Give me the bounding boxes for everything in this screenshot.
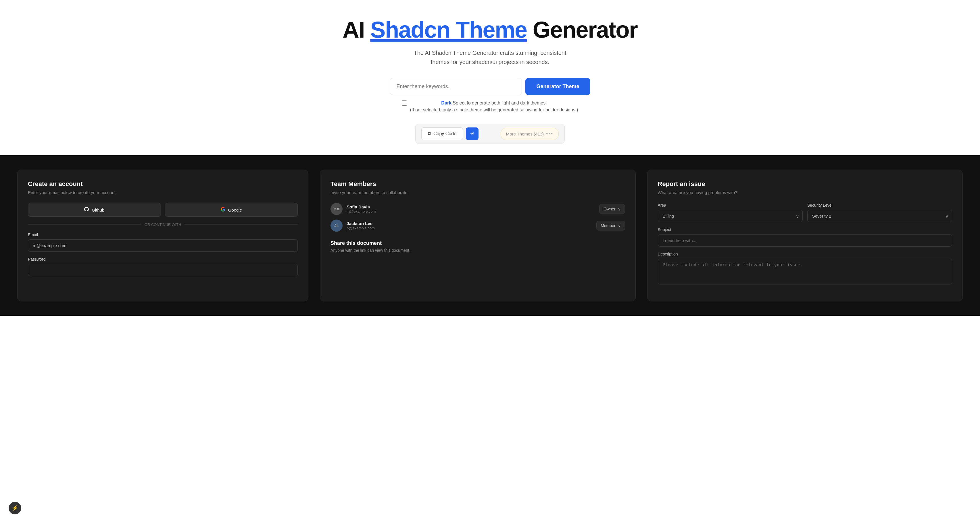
security-select-wrapper: Severity 2 Severity 1 Severity 3 ∨ [807, 210, 952, 222]
report-issue-card: Report an issue What area are you having… [647, 170, 963, 301]
member-row-jackson: JL Jackson Lee p@example.com Member ∨ [331, 220, 625, 231]
lightning-icon: ⚡ [12, 505, 18, 511]
sun-icon: ☀ [470, 131, 474, 137]
report-issue-subtitle: What area are you having problems with? [658, 190, 952, 195]
title-prefix: AI [342, 17, 370, 43]
team-members-subtitle: Invite your team members to collaborate. [331, 190, 625, 195]
dark-label: Dark [441, 100, 452, 105]
share-subtitle: Anyone with the link can view this docum… [331, 248, 625, 253]
team-members-card: Team Members Invite your team members to… [320, 170, 635, 301]
search-bar-container: Generator Theme [6, 78, 974, 95]
subject-label: Subject [658, 227, 952, 232]
area-group: Area Billing Technical Account ∨ [658, 203, 803, 222]
team-members-title: Team Members [331, 180, 625, 188]
github-button[interactable]: Github [28, 203, 161, 217]
member-info-jackson: Jackson Lee p@example.com [347, 221, 375, 230]
password-input[interactable] [28, 264, 298, 276]
description-label: Description [658, 252, 952, 256]
area-select-wrapper: Billing Technical Account ∨ [658, 210, 803, 222]
create-account-title: Create an account [28, 180, 298, 188]
google-button[interactable]: Google [165, 203, 298, 217]
area-security-row: Area Billing Technical Account ∨ Securit… [658, 203, 952, 222]
divider: OR CONTINUE WITH [28, 222, 298, 227]
dark-description: Select to generate both light and dark t… [452, 100, 547, 105]
description-group: Description [658, 252, 952, 285]
toolbar-strip: ⧉ Copy Code ☀ More Themes (413) ••• [6, 124, 974, 144]
divider-text: OR CONTINUE WITH [145, 222, 181, 227]
dark-note: (If not selected, only a single theme wi… [410, 107, 578, 112]
dark-mode-checkbox[interactable] [402, 100, 407, 106]
toolbar-left: ⧉ Copy Code ☀ [421, 127, 479, 140]
subject-input[interactable] [658, 234, 952, 247]
member-name-jackson: Jackson Lee [347, 221, 375, 226]
dots-icon: ••• [546, 131, 553, 137]
google-label: Google [228, 208, 242, 212]
share-section: Share this document Anyone with the link… [331, 240, 625, 253]
create-account-subtitle: Enter your email below to create your ac… [28, 190, 298, 195]
lightning-button[interactable]: ⚡ [9, 502, 21, 514]
member-email-sofia: m@example.com [347, 209, 375, 214]
role-label-sofia: Owner [603, 207, 615, 211]
more-themes-label: More Themes (413) [506, 132, 544, 136]
github-icon [84, 207, 89, 213]
role-select-sofia[interactable]: Owner ∨ [599, 204, 625, 214]
social-buttons: Github Google [28, 203, 298, 217]
description-textarea[interactable] [658, 258, 952, 284]
copy-code-label: Copy Code [433, 131, 457, 136]
dark-section: Create an account Enter your email below… [0, 155, 980, 316]
dark-mode-row: Dark Select to generate both light and d… [396, 100, 584, 113]
security-select[interactable]: Severity 2 Severity 1 Severity 3 [807, 210, 952, 222]
more-themes-button[interactable]: More Themes (413) ••• [501, 128, 559, 140]
member-name-sofia: Sofia Davis [347, 204, 375, 209]
member-left-jackson: JL Jackson Lee p@example.com [331, 220, 375, 231]
github-label: Github [92, 208, 104, 212]
avatar-sofia: OM [331, 203, 342, 215]
member-left-sofia: OM Sofia Davis m@example.com [331, 203, 375, 215]
theme-search-input[interactable] [390, 78, 522, 95]
chevron-down-icon-jackson: ∨ [618, 223, 621, 228]
role-select-jackson[interactable]: Member ∨ [597, 221, 625, 230]
toolbar-inner: ⧉ Copy Code ☀ More Themes (413) ••• [415, 124, 565, 144]
email-label: Email [28, 233, 298, 237]
generate-theme-button[interactable]: Generator Theme [525, 78, 590, 95]
email-form-group: Email [28, 233, 298, 252]
page-title: AI Shadcn Theme Generator [6, 17, 974, 43]
hero-section: AI Shadcn Theme Generator The AI Shadcn … [0, 0, 980, 155]
title-suffix: Generator [527, 17, 638, 43]
avatar-jackson: JL [331, 220, 342, 231]
member-info-sofia: Sofia Davis m@example.com [347, 204, 375, 214]
password-label: Password [28, 257, 298, 262]
share-title: Share this document [331, 240, 625, 246]
title-highlight: Shadcn Theme [370, 17, 527, 43]
copy-icon: ⧉ [428, 131, 431, 136]
password-form-group: Password [28, 257, 298, 276]
role-label-jackson: Member [601, 223, 615, 228]
theme-toggle-button[interactable]: ☀ [466, 127, 479, 140]
member-row-sofia: OM Sofia Davis m@example.com Owner ∨ [331, 203, 625, 215]
report-issue-title: Report an issue [658, 180, 952, 188]
email-input[interactable] [28, 239, 298, 252]
member-email-jackson: p@example.com [347, 226, 375, 230]
create-account-card: Create an account Enter your email below… [17, 170, 309, 301]
dark-mode-description: Dark Select to generate both light and d… [410, 100, 578, 113]
subject-group: Subject [658, 227, 952, 247]
chevron-down-icon-sofia: ∨ [618, 207, 621, 211]
copy-code-button[interactable]: ⧉ Copy Code [421, 127, 463, 140]
security-label: Security Level [807, 203, 952, 208]
google-icon [221, 207, 225, 213]
hero-subtitle: The AI Shadcn Theme Generator crafts stu… [404, 48, 576, 67]
area-label: Area [658, 203, 803, 208]
area-select[interactable]: Billing Technical Account [658, 210, 803, 222]
security-group: Security Level Severity 2 Severity 1 Sev… [807, 203, 952, 222]
